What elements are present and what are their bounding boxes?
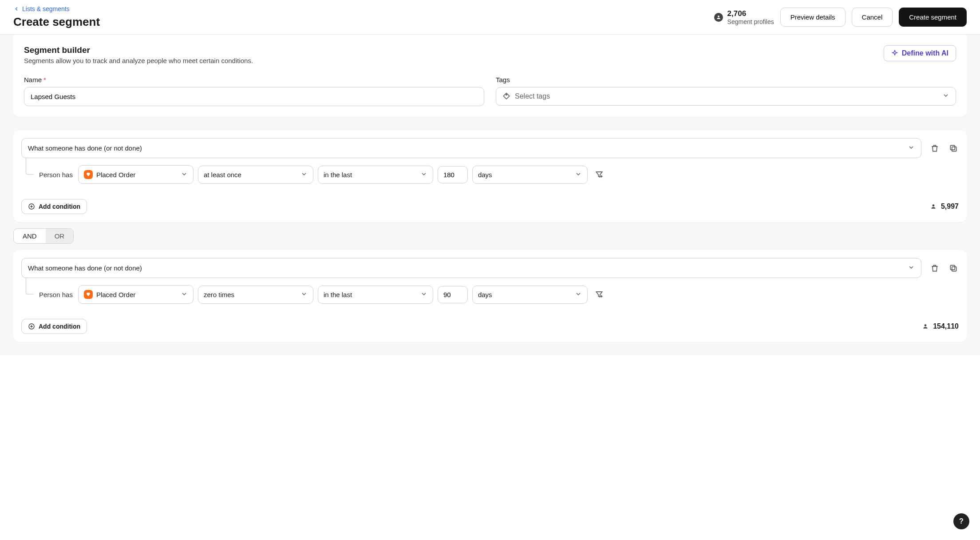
logic-and-button[interactable]: AND [14, 229, 46, 243]
time-value-input[interactable] [438, 166, 468, 183]
preview-details-button[interactable]: Preview details [780, 8, 846, 27]
event-label: Placed Order [96, 171, 135, 179]
delete-condition-button[interactable] [929, 143, 940, 154]
segment-builder-card: Segment builder Segments allow you to tr… [13, 35, 967, 117]
name-field-label: Name* [24, 76, 484, 83]
page-title: Create segment [13, 15, 714, 29]
header-right: 2,706 Segment profiles Preview details C… [714, 8, 967, 27]
condition-count-value: 5,997 [941, 202, 959, 210]
chevron-down-icon [300, 290, 308, 299]
define-ai-label: Define with AI [902, 49, 948, 57]
plus-circle-icon [28, 203, 35, 210]
copy-icon [949, 264, 958, 273]
unit-label: days [478, 291, 492, 298]
time-unit-select[interactable]: days [472, 286, 588, 304]
condition-type-label: What someone has done (or not done) [28, 264, 142, 272]
person-icon [929, 202, 937, 210]
chevron-down-icon [942, 92, 949, 101]
add-condition-button[interactable]: Add condition [21, 319, 87, 334]
cancel-button[interactable]: Cancel [852, 8, 893, 27]
shopify-icon [84, 290, 93, 299]
condition-card-1: What someone has done (or not done) Pers… [13, 130, 967, 222]
condition-count: 154,110 [921, 322, 959, 330]
frequency-label: at least once [204, 171, 241, 179]
frequency-select[interactable]: zero times [198, 286, 313, 304]
chevron-down-icon [181, 171, 188, 179]
condition-type-select[interactable]: What someone has done (or not done) [21, 258, 921, 278]
svg-point-1 [506, 94, 507, 95]
person-icon [714, 13, 723, 22]
time-range-select[interactable]: in the last [318, 166, 433, 184]
frequency-select[interactable]: at least once [198, 166, 313, 184]
person-has-label: Person has [39, 171, 73, 179]
add-condition-button[interactable]: Add condition [21, 199, 87, 214]
required-asterisk: * [43, 76, 46, 83]
condition-count: 5,997 [929, 202, 959, 210]
tag-icon [502, 92, 510, 100]
svg-rect-6 [952, 266, 956, 271]
chevron-down-icon [575, 171, 582, 179]
add-filter-button[interactable] [594, 289, 605, 300]
condition-type-label: What someone has done (or not done) [28, 144, 142, 152]
range-label: in the last [324, 171, 352, 179]
segment-profiles-readout: 2,706 Segment profiles [714, 9, 774, 25]
time-unit-select[interactable]: days [472, 166, 588, 184]
chevron-down-icon [420, 290, 427, 299]
define-with-ai-button[interactable]: Define with AI [884, 45, 956, 61]
chevron-down-icon [908, 264, 915, 272]
delete-condition-button[interactable] [929, 263, 940, 274]
copy-icon [949, 144, 958, 153]
arrow-left-icon [13, 6, 20, 12]
unit-label: days [478, 171, 492, 179]
plus-circle-icon [28, 323, 35, 330]
condition-card-2: What someone has done (or not done) Pers… [13, 250, 967, 342]
add-condition-label: Add condition [39, 323, 80, 330]
event-label: Placed Order [96, 291, 135, 298]
shopify-icon [84, 170, 93, 179]
time-value-input[interactable] [438, 286, 468, 303]
tags-placeholder: Select tags [515, 92, 550, 100]
chevron-down-icon [181, 290, 188, 299]
filter-icon [595, 170, 604, 179]
name-input[interactable] [24, 87, 484, 106]
builder-subtitle: Segments allow you to track and analyze … [24, 57, 253, 64]
person-icon [921, 322, 929, 330]
tags-field-label: Tags [496, 76, 956, 83]
chevron-down-icon [908, 144, 915, 152]
create-segment-button[interactable]: Create segment [899, 8, 967, 27]
builder-title: Segment builder [24, 45, 253, 55]
frequency-label: zero times [204, 291, 234, 298]
logic-or-button[interactable]: OR [46, 229, 74, 243]
event-select[interactable]: Placed Order [78, 165, 194, 184]
logic-toggle: AND OR [13, 228, 74, 244]
header-left: Lists & segments Create segment [13, 5, 714, 29]
duplicate-condition-button[interactable] [948, 143, 959, 154]
tags-select[interactable]: Select tags [496, 87, 956, 106]
add-filter-button[interactable] [594, 169, 605, 180]
svg-rect-7 [950, 265, 955, 270]
chevron-down-icon [575, 290, 582, 299]
tree-connector [26, 278, 34, 294]
content-area: Segment builder Segments allow you to tr… [0, 35, 980, 355]
tree-connector [26, 158, 34, 175]
filter-icon [595, 290, 604, 299]
sparkle-icon [891, 50, 898, 57]
condition-count-value: 154,110 [933, 322, 959, 330]
svg-point-0 [718, 16, 719, 17]
svg-rect-2 [952, 147, 956, 151]
duplicate-condition-button[interactable] [948, 263, 959, 274]
svg-rect-3 [950, 145, 955, 150]
time-range-select[interactable]: in the last [318, 286, 433, 304]
add-condition-label: Add condition [39, 203, 80, 210]
profiles-label: Segment profiles [727, 18, 774, 25]
back-link-text: Lists & segments [22, 5, 70, 12]
range-label: in the last [324, 291, 352, 298]
chevron-down-icon [300, 171, 308, 179]
svg-point-5 [933, 204, 935, 206]
person-has-label: Person has [39, 291, 73, 298]
profiles-count: 2,706 [727, 9, 774, 18]
chevron-down-icon [420, 171, 427, 179]
back-link[interactable]: Lists & segments [13, 5, 714, 12]
event-select[interactable]: Placed Order [78, 285, 194, 304]
condition-type-select[interactable]: What someone has done (or not done) [21, 138, 921, 158]
